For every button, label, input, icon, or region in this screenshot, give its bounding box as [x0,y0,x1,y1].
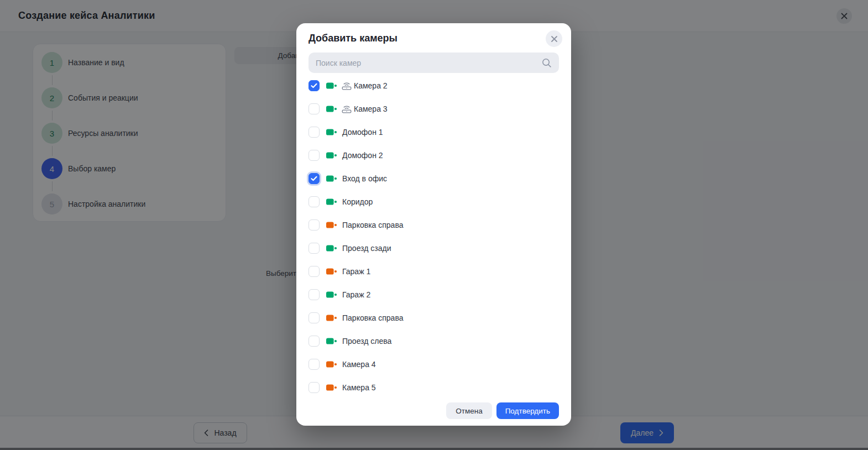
camera-search-input[interactable] [316,59,541,67]
camera-row: Гараж 2 [308,283,559,306]
camera-name: Коридор [342,197,373,206]
camera-icon [326,384,338,391]
camera-row: Камера 3 [308,97,559,121]
camera-row: Камера 2 [308,74,559,97]
camera-icon [326,82,338,90]
camera-checkbox[interactable] [308,80,320,91]
camera-icon [326,314,338,322]
camera-checkbox[interactable] [308,382,320,393]
camera-checkbox[interactable] [308,312,320,323]
camera-row: Гараж 1 [308,260,559,283]
modal-footer: Отмена Подтвердить [308,402,559,419]
camera-list: Камера 2 Камера 3 Домофон 1 Домофон 2 Вх [308,74,559,399]
camera-checkbox[interactable] [308,196,320,207]
camera-row: Парковка справа [308,306,559,329]
camera-row: Парковка справа [308,213,559,237]
camera-icon [326,221,338,229]
camera-icon [326,337,338,345]
add-cameras-modal: Добавить камеры Камера 2 [296,23,571,426]
camera-row: Коридор [308,190,559,213]
camera-row: Домофон 1 [308,121,559,144]
camera-icon [326,151,338,159]
camera-icon [326,198,338,206]
camera-name: Домофон 1 [342,128,383,137]
gateway-icon [341,81,352,90]
camera-checkbox[interactable] [308,359,320,370]
modal-title: Добавить камеры [308,23,559,44]
camera-name: Камера 2 [354,81,388,90]
camera-checkbox[interactable] [308,150,320,161]
camera-icon [326,244,338,252]
camera-name: Камера 4 [342,360,376,369]
camera-row: Проезд слева [308,329,559,353]
camera-name: Проезд слева [342,337,391,346]
camera-checkbox[interactable] [308,243,320,254]
camera-icon [326,175,338,182]
camera-checkbox[interactable] [308,219,320,231]
camera-name: Парковка справа [342,221,403,229]
camera-name: Вход в офис [342,174,387,183]
camera-row: Проезд сзади [308,237,559,260]
camera-name: Проезд сзади [342,244,391,253]
page: Создание кейса Аналитики 1 Название и ви… [0,0,868,450]
camera-icon [326,268,338,275]
search-icon [541,57,552,68]
camera-icon [326,128,338,136]
camera-name: Домофон 2 [342,151,383,160]
camera-checkbox[interactable] [308,127,320,138]
modal-close-button[interactable] [546,30,562,47]
camera-row: Домофон 2 [308,144,559,167]
camera-row: Вход в офис [308,167,559,190]
gateway-icon [341,104,352,113]
camera-row: Камера 4 [308,353,559,376]
close-icon [551,35,558,43]
camera-name: Камера 5 [342,383,376,392]
camera-icon [326,291,338,299]
camera-search [308,53,559,73]
confirm-button[interactable]: Подтвердить [496,402,559,419]
cancel-button[interactable]: Отмена [446,402,491,419]
camera-name: Гараж 1 [342,267,370,276]
camera-row: Камера 5 [308,376,559,399]
camera-name: Гараж 2 [342,290,370,299]
camera-name: Парковка справа [342,313,403,322]
camera-checkbox[interactable] [308,103,320,114]
camera-checkbox[interactable] [308,336,320,347]
camera-icon [326,105,338,113]
camera-icon [326,360,338,368]
camera-name: Камера 3 [354,104,388,113]
camera-checkbox[interactable] [308,266,320,277]
camera-checkbox[interactable] [308,289,320,300]
camera-checkbox[interactable] [308,173,320,184]
